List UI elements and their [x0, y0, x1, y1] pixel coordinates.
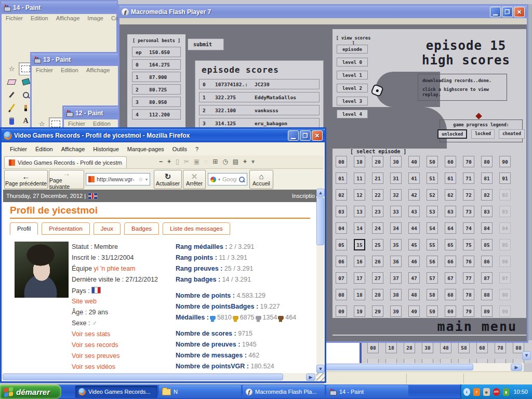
personal-best-row[interactable]: 4 112.200 — [132, 109, 181, 119]
profile-link[interactable]: Voir ses preuves — [72, 352, 119, 360]
paint13-menu-item[interactable]: Affichage — [86, 67, 110, 73]
firefox-menu-item[interactable]: Marque-pages — [123, 145, 168, 153]
episode-cell[interactable]: 94 — [499, 222, 511, 234]
episode-cell-behind[interactable]: 18 — [385, 342, 397, 353]
taskbar-item-flash[interactable]: f Macromedia Flash Pla... — [243, 385, 325, 398]
forward-button[interactable]: → Page suivante — [49, 170, 84, 189]
paint12-menu-item[interactable]: Edition — [93, 121, 111, 127]
episode-cell[interactable]: 24 — [372, 222, 383, 234]
view-scores-button[interactable]: level 0 — [337, 58, 368, 66]
episode-cell[interactable]: 69 — [445, 305, 456, 317]
minimize-button[interactable]: ▁ — [288, 130, 299, 141]
profile-tab[interactable]: Badges — [124, 222, 159, 235]
paint14-menu-item[interactable]: Edition — [31, 15, 48, 21]
toolbar-mini-icon[interactable]: ◷ — [222, 158, 228, 165]
profile-tab[interactable]: Jeux — [94, 222, 121, 235]
view-scores-button[interactable]: level 4 — [337, 110, 368, 118]
url-bar[interactable]: http://www.vgr- ☆ ▾ — [86, 173, 150, 185]
episode-cell[interactable]: 88 — [481, 289, 493, 300]
episode-cell[interactable]: 48 — [408, 289, 420, 300]
legend-button[interactable]: cheated — [499, 129, 525, 139]
behind-hscrollbar[interactable]: ▶ — [324, 363, 524, 371]
vscroll-thumb[interactable] — [316, 197, 324, 245]
hscroll-thumb[interactable] — [3, 374, 283, 380]
episode-cell[interactable]: 21 — [372, 172, 383, 184]
firefox-menu-item[interactable]: ? — [191, 145, 203, 153]
search-box[interactable]: ▾ Googl — [208, 173, 247, 185]
tray-network-icon[interactable]: ▮ — [503, 388, 510, 396]
episode-cell[interactable]: 68 — [445, 289, 456, 300]
episode-cell[interactable]: 38 — [390, 289, 402, 300]
episode-cell[interactable]: 09 — [336, 305, 347, 317]
episode-cell[interactable]: 60 — [445, 156, 456, 167]
episode-cell[interactable]: 54 — [427, 222, 438, 234]
episode-cell[interactable]: 11 — [354, 172, 365, 184]
profile-tab[interactable]: Profil — [10, 222, 38, 235]
episode-cell[interactable]: 22 — [372, 189, 383, 201]
episode-cell[interactable]: 27 — [372, 272, 383, 284]
episode-cell[interactable]: 03 — [336, 206, 347, 217]
episode-cell-behind[interactable]: 28 — [404, 342, 415, 353]
airbrush-tool[interactable] — [5, 114, 19, 127]
episode-cell[interactable]: 23 — [372, 206, 383, 217]
episode-cell[interactable]: 04 — [336, 222, 347, 234]
episode-cell[interactable]: 64 — [445, 222, 456, 234]
maximize-button[interactable]: ❒ — [502, 7, 513, 17]
paint12-menu-item[interactable]: Fichier — [68, 121, 85, 127]
taskbar-item-firefox[interactable]: Video Games Records... — [75, 385, 157, 398]
firefox-titlebar[interactable]: Video Games Records - Profil de yicestmo… — [2, 129, 325, 142]
episode-cell-behind[interactable]: 48 — [440, 342, 451, 353]
flash-titlebar[interactable]: f Macromedia Flash Player 7 ▁ ❒ ✕ — [119, 6, 527, 18]
episode-cell[interactable]: 90 — [499, 156, 511, 167]
episode-cell[interactable]: 63 — [445, 206, 456, 217]
episode-cell-behind[interactable]: 38 — [422, 342, 433, 353]
episode-cell[interactable]: 12 — [354, 189, 365, 201]
episode-cell[interactable]: 19 — [354, 305, 365, 317]
episode-cell[interactable]: 75 — [463, 239, 474, 250]
tray-flash-icon[interactable]: ƒ — [473, 388, 480, 396]
episode-cell[interactable]: 66 — [445, 256, 456, 267]
episode-cell[interactable]: 26 — [372, 256, 383, 267]
scroll-down-button[interactable]: ▼ — [316, 365, 325, 373]
view-scores-button[interactable]: level 3 — [337, 97, 368, 105]
episode-cell[interactable]: 33 — [390, 206, 402, 217]
minimize-button[interactable]: ▁ — [490, 7, 501, 17]
paint13-menu-item[interactable]: Fichier — [36, 67, 53, 73]
episode-cell[interactable]: 85 — [481, 239, 493, 250]
maximize-button[interactable]: ❒ — [300, 130, 311, 141]
episode-cell[interactable]: 42 — [408, 189, 420, 201]
paint14-menu-item[interactable]: Affichage — [56, 15, 80, 21]
taskbar-item-paint[interactable]: 14 - Paint — [326, 385, 408, 398]
profile-tab[interactable]: Liste des messages — [163, 222, 230, 235]
toolbar-mini-icon[interactable]: ◌ — [204, 158, 208, 165]
paint13-menu-item[interactable]: Edition — [61, 67, 78, 73]
tray-mouse-icon[interactable]: ◉ — [483, 388, 490, 396]
toolbar-mini-icon[interactable]: − — [159, 158, 163, 165]
episode-cell[interactable]: 51 — [427, 172, 438, 184]
episode-cell[interactable]: 18 — [354, 289, 365, 300]
episode-cell[interactable]: 92 — [499, 189, 511, 201]
toolbar-mini-icon[interactable]: ▯ — [176, 158, 179, 165]
episode-cell[interactable]: 78 — [463, 289, 474, 300]
episode-cell[interactable]: 77 — [463, 272, 474, 284]
episode-cell[interactable]: 07 — [336, 272, 347, 284]
episode-score-row[interactable]: 0 107374182.: JC239 — [199, 79, 320, 89]
episode-cell[interactable]: 46 — [408, 256, 420, 267]
episode-cell[interactable]: 00 — [336, 156, 347, 167]
episode-score-row[interactable]: 2 322.100 vankusss — [199, 105, 320, 115]
episode-cell[interactable]: 83 — [481, 206, 493, 217]
episode-cell[interactable]: 98 — [499, 289, 511, 300]
start-button[interactable]: démarrer — [0, 384, 61, 399]
episode-cell-behind[interactable]: 68 — [476, 342, 488, 353]
episode-cell[interactable]: 57 — [427, 272, 438, 284]
tray-collapse-icon[interactable]: ‹ — [463, 388, 470, 396]
episode-cell[interactable]: 25 — [372, 239, 383, 250]
view-scores-button[interactable]: level 2 — [337, 84, 368, 92]
episode-cell[interactable]: 79 — [463, 305, 474, 317]
episode-cell[interactable]: 39 — [390, 305, 402, 317]
scroll-up-button[interactable]: ▲ — [316, 189, 325, 197]
episode-cell[interactable]: 70 — [463, 156, 474, 167]
episode-cell[interactable]: 43 — [408, 206, 420, 217]
episode-cell[interactable]: 82 — [481, 189, 493, 201]
close-button[interactable]: ✕ — [514, 7, 525, 17]
